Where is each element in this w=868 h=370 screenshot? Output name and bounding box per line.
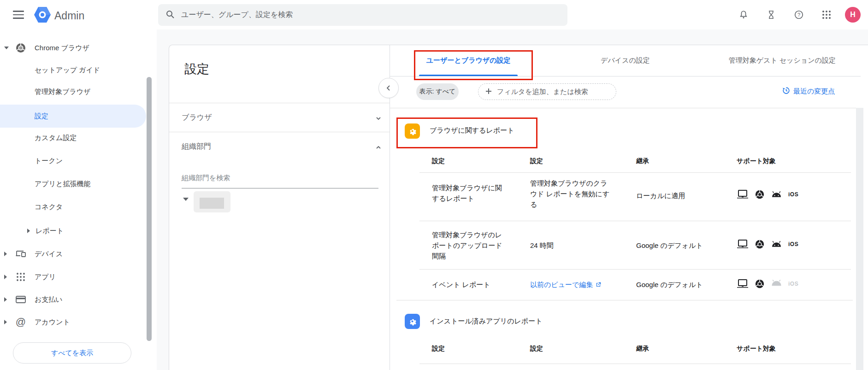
tab-label: 管理対象ゲスト セッションの設定 [729, 56, 836, 65]
collapse-panel-button[interactable] [378, 78, 399, 98]
tree-expand-arrow-icon[interactable] [183, 198, 189, 201]
inheritance-cell: Google のデフォルト [636, 279, 703, 290]
apps-grid-icon[interactable] [816, 5, 837, 25]
main-panel: ユーザーとブラウザの設定 デバイスの設定 管理対象ゲスト セッションの設定 表示… [390, 45, 868, 370]
tab-device-settings[interactable]: デバイスの設定 [547, 45, 703, 76]
column-header-value: 設定 [530, 345, 543, 353]
inheritance-cell: ローカルに適用 [636, 190, 685, 201]
collapse-arrow-icon[interactable] [4, 275, 7, 279]
laptop-icon [737, 189, 749, 200]
org-unit-redacted-item[interactable] [194, 191, 230, 212]
chrome-icon [755, 239, 765, 249]
divider [419, 221, 851, 221]
setting-value-cell[interactable]: 管理対象ブラウザのクラウド レポートを無効にする [530, 178, 609, 210]
setting-name-cell[interactable]: イベント レポート [432, 279, 490, 290]
org-unit-accordion[interactable]: 組織部門 [169, 132, 390, 161]
android-icon [771, 240, 782, 249]
laptop-icon [737, 239, 749, 249]
sidebar-item-label: Chrome ブラウザ [35, 44, 89, 53]
sidebar-item-apps[interactable]: アプリ [0, 266, 146, 288]
admin-hexagon-icon [34, 6, 51, 25]
sidebar-item-tokens[interactable]: トークン [0, 150, 146, 172]
sidebar-item-managed-browsers[interactable]: 管理対象ブラウザ [0, 81, 146, 103]
add-filter-label: フィルタを追加、または検索 [497, 88, 588, 96]
browser-report-gear-icon [405, 123, 420, 139]
user-avatar[interactable]: H [845, 7, 861, 23]
collapse-arrow-icon[interactable] [27, 229, 30, 233]
column-header-value: 設定 [530, 157, 543, 165]
sidebar-item-label: カスタム設定 [35, 134, 77, 142]
divider [396, 300, 853, 300]
help-icon[interactable]: ? [789, 5, 809, 25]
setting-name-cell[interactable]: 管理対象ブラウザに関するレポート [432, 182, 508, 204]
external-link-icon [595, 282, 602, 288]
notifications-bell-icon[interactable] [733, 5, 754, 25]
admin-logo[interactable]: Admin [34, 6, 84, 25]
global-search-input[interactable]: ユーザー、グループ、設定を検索 [158, 4, 567, 26]
sidebar-scrollbar[interactable] [147, 77, 152, 341]
org-unit-search-input[interactable]: 組織部門を検索 [182, 174, 230, 182]
app-bar: Admin ユーザー、グループ、設定を検索 ? H [0, 0, 868, 29]
sidebar-item-label: 管理対象ブラウザ [35, 88, 90, 96]
android-icon-disabled [771, 278, 782, 288]
sidebar-item-billing[interactable]: お支払い [0, 288, 146, 311]
recent-changes-link[interactable]: 最近の変更点 [782, 86, 835, 96]
main-panel-scrollbar[interactable] [856, 108, 863, 370]
sidebar-item-chrome-browser[interactable]: Chrome ブラウザ [0, 37, 146, 59]
section-title-browser-reports: ブラウザに関するレポート [430, 126, 514, 135]
at-sign-icon: @ [15, 317, 26, 328]
android-icon [771, 190, 782, 199]
hourglass-tasks-icon[interactable] [761, 5, 781, 25]
inheritance-cell: Google のデフォルト [636, 240, 703, 251]
sidebar-item-label: トークン [35, 157, 63, 165]
svg-text:?: ? [797, 12, 800, 18]
recent-changes-label: 最近の変更点 [793, 87, 835, 96]
column-header-inheritance: 継承 [636, 345, 649, 353]
add-filter-button[interactable]: フィルタを追加、または検索 [478, 83, 616, 100]
sidebar-item-label: アプリと拡張機能 [35, 180, 90, 188]
sidebar-nav: Chrome ブラウザ セットアップ ガイド 管理対象ブラウザ 設定 カスタム設… [0, 29, 157, 370]
view-all-chip[interactable]: 表示: すべて [416, 83, 459, 100]
devices-icon [15, 248, 26, 259]
ios-label: iOS [788, 241, 798, 247]
setting-value-cell[interactable]: 24 時間 [530, 240, 554, 251]
sidebar-item-devices[interactable]: デバイス [0, 243, 146, 265]
divider [419, 364, 851, 364]
support-icons: iOS [737, 189, 798, 200]
expand-arrow-icon[interactable] [4, 47, 9, 49]
section-title-installed-apps: インストール済みアプリのレポート [430, 317, 543, 326]
sidebar-item-apps-extensions[interactable]: アプリと拡張機能 [0, 173, 146, 195]
show-all-button[interactable]: すべてを表示 [13, 342, 131, 364]
column-header-setting: 設定 [432, 345, 445, 353]
installed-apps-report-gear-icon [405, 314, 420, 329]
chrome-icon [755, 279, 765, 289]
sidebar-item-label: セットアップ ガイド [35, 66, 100, 75]
sidebar-item-account[interactable]: @ アカウント [0, 311, 146, 333]
chrome-icon [755, 189, 765, 200]
credit-card-icon [15, 294, 26, 305]
support-icons: iOS [737, 278, 798, 289]
sidebar-item-label: コネクタ [35, 203, 63, 211]
tab-managed-guest-session-settings[interactable]: 管理対象ゲスト セッションの設定 [704, 45, 861, 76]
tab-bar: ユーザーとブラウザの設定 デバイスの設定 管理対象ゲスト セッションの設定 [390, 45, 861, 76]
org-search-underline [182, 188, 378, 188]
menu-icon[interactable] [10, 6, 27, 23]
setting-name-cell[interactable]: 管理対象ブラウザのレポートのアップロード間隔 [432, 229, 508, 261]
column-header-inheritance: 継承 [636, 157, 649, 165]
sidebar-item-connectors[interactable]: コネクタ [0, 196, 146, 218]
sidebar-item-label: デバイス [35, 250, 63, 258]
sidebar-item-settings[interactable]: 設定 [0, 105, 146, 128]
sidebar-item-setup-guide[interactable]: セットアップ ガイド [0, 59, 146, 81]
sidebar-item-label: アプリ [35, 273, 56, 282]
chevron-left-icon [386, 85, 391, 91]
tab-user-browser-settings[interactable]: ユーザーとブラウザの設定 [390, 45, 547, 76]
sidebar-item-custom-settings[interactable]: カスタム設定 [0, 127, 146, 149]
divider [419, 172, 851, 173]
edit-previous-view-link[interactable]: 以前のビューで編集 [530, 279, 602, 290]
collapse-arrow-icon[interactable] [4, 320, 7, 324]
browser-accordion[interactable]: ブラウザ [169, 103, 390, 132]
collapse-arrow-icon[interactable] [4, 297, 7, 302]
divider [390, 108, 861, 108]
sidebar-item-reports[interactable]: レポート [0, 220, 146, 242]
collapse-arrow-icon[interactable] [4, 252, 7, 256]
